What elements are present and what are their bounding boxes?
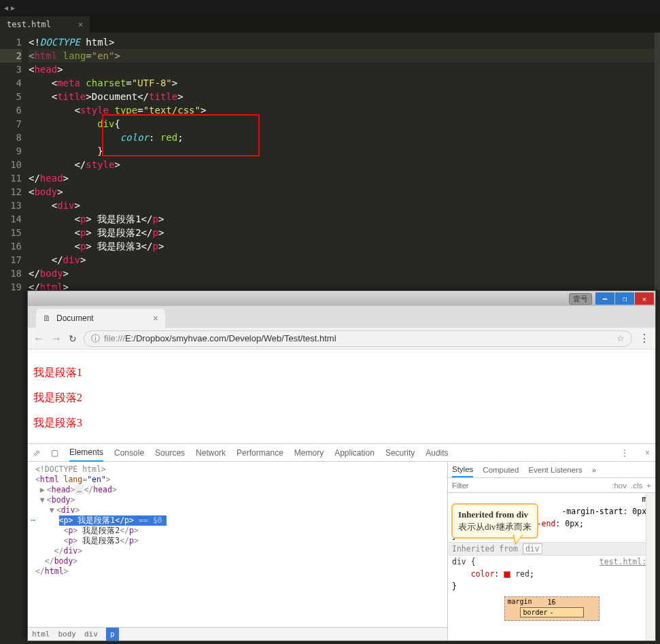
source-link[interactable]: test.html:7 xyxy=(600,557,651,566)
tab-audits[interactable]: Audits xyxy=(425,448,448,458)
file-icon: 🗎 xyxy=(43,313,51,323)
tab-sources[interactable]: Sources xyxy=(155,448,185,458)
inspect-icon[interactable]: ⬀ xyxy=(33,448,40,458)
element-breadcrumb[interactable]: html body div p xyxy=(28,627,447,641)
minimap-edge xyxy=(655,33,660,290)
devtools-toolbar: ⬀ ▢ Elements Console Sources Network Per… xyxy=(28,444,655,462)
tab-security[interactable]: Security xyxy=(385,448,415,458)
scrollbar[interactable] xyxy=(646,493,655,641)
add-rule-icon[interactable]: + xyxy=(646,481,651,490)
code-content[interactable]: <!DOCTYPE html> <html lang="en"> <head> … xyxy=(29,33,660,291)
minimize-button[interactable]: ━ xyxy=(595,292,614,305)
subtab-computed[interactable]: Computed xyxy=(483,466,519,474)
paragraph: 我是段落1 xyxy=(33,366,650,380)
user-badge: 壹号 xyxy=(569,293,592,305)
box-model-diagram: margin 16 border - xyxy=(504,596,600,621)
tab-elements[interactable]: Elements xyxy=(69,447,103,462)
devtools-panel: ⬀ ▢ Elements Console Sources Network Per… xyxy=(28,443,655,641)
styles-subtabs: Styles Computed Event Listeners » xyxy=(448,462,655,478)
inherited-from-header: Inherited from div xyxy=(448,542,655,556)
breadcrumb-item[interactable]: div xyxy=(84,629,98,639)
close-icon[interactable]: × xyxy=(78,20,83,29)
device-icon[interactable]: ▢ xyxy=(51,448,58,458)
forward-arrow-icon[interactable]: ▶ xyxy=(11,4,15,12)
tab-application[interactable]: Application xyxy=(334,448,375,458)
tab-console[interactable]: Console xyxy=(114,448,144,458)
browser-tab-strip: 🗎 Document × xyxy=(28,306,655,328)
back-icon[interactable]: ← xyxy=(33,333,44,345)
annotation-tooltip: Inherited from div 表示从div继承而来 xyxy=(451,503,538,539)
tab-memory[interactable]: Memory xyxy=(294,448,324,458)
styles-filter-row: :hov .cls + xyxy=(448,478,655,493)
forward-icon[interactable]: → xyxy=(51,333,62,345)
styles-rules[interactable]: Inherited from div 表示从div继承而来 m; -margin… xyxy=(448,493,655,641)
address-bar: ← → ↻ ⓘ file:///E:/Dropbox/smyhvae.com/D… xyxy=(28,328,655,350)
browser-tab-title: Document xyxy=(56,313,94,323)
menu-icon[interactable]: ⋮ xyxy=(639,332,650,345)
subtab-styles[interactable]: Styles xyxy=(452,465,473,477)
styles-filter-input[interactable] xyxy=(452,481,608,490)
window-close-button[interactable]: ✕ xyxy=(635,292,654,305)
browser-tab[interactable]: 🗎 Document × xyxy=(36,309,165,328)
tab-close-icon[interactable]: × xyxy=(153,313,158,324)
devtools-menu-icon[interactable]: ⋮ xyxy=(621,448,629,458)
subtab-more-icon[interactable]: » xyxy=(592,466,596,474)
url-field[interactable]: ⓘ file:///E:/Dropbox/smyhvae.com/Develop… xyxy=(84,331,632,347)
breadcrumb-item[interactable]: html xyxy=(32,629,50,639)
editor-tab[interactable]: test.html × xyxy=(0,16,90,33)
breadcrumb-item[interactable]: body xyxy=(58,629,77,639)
hov-toggle[interactable]: :hov xyxy=(612,481,627,490)
browser-window: 壹号 ━ ❐ ✕ 🗎 Document × ← → ↻ ⓘ file:///E:… xyxy=(27,290,656,641)
devtools-close-icon[interactable]: × xyxy=(645,448,650,458)
styles-pane: Styles Computed Event Listeners » :hov .… xyxy=(448,462,655,641)
window-titlebar[interactable]: 壹号 ━ ❐ ✕ xyxy=(28,291,655,306)
tab-performance[interactable]: Performance xyxy=(237,448,283,458)
paragraph: 我是段落2 xyxy=(33,391,650,405)
editor-top-toolbar: ◀ ▶ xyxy=(0,0,660,15)
back-arrow-icon[interactable]: ◀ xyxy=(4,4,8,12)
tab-network[interactable]: Network xyxy=(196,448,226,458)
info-icon[interactable]: ⓘ xyxy=(91,333,100,345)
reload-icon[interactable]: ↻ xyxy=(69,333,77,344)
line-number-gutter: 12345678910111213141516171819 xyxy=(0,33,29,291)
elements-tree[interactable]: <!DOCTYPE html> <html lang="en"> ▶<head>… xyxy=(28,462,448,641)
maximize-button[interactable]: ❐ xyxy=(615,292,634,305)
code-editor[interactable]: 12345678910111213141516171819 <!DOCTYPE … xyxy=(0,33,660,291)
breadcrumb-item[interactable]: p xyxy=(106,628,119,641)
bookmark-star-icon[interactable]: ☆ xyxy=(616,333,625,343)
color-swatch-icon[interactable] xyxy=(504,571,510,578)
editor-tab-title: test.html xyxy=(7,20,51,29)
editor-tab-bar: test.html × xyxy=(0,15,660,33)
cls-toggle[interactable]: .cls xyxy=(631,481,642,490)
paragraph: 我是段落3 xyxy=(33,416,650,430)
subtab-event-listeners[interactable]: Event Listeners xyxy=(528,466,582,474)
page-viewport: 我是段落1 我是段落2 我是段落3 xyxy=(28,350,655,443)
